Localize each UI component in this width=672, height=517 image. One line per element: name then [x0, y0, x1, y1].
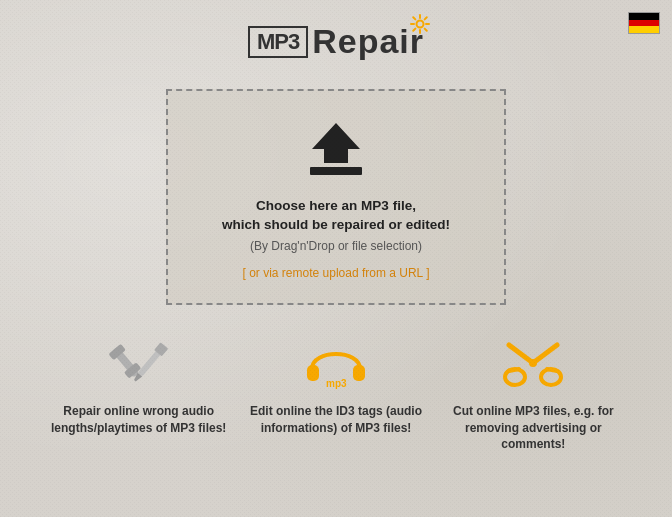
- feature-id3: mp3 Edit online the ID3 tags (audio info…: [237, 335, 434, 453]
- upload-dropzone[interactable]: Choose here an MP3 file,which should be …: [166, 89, 506, 305]
- feature-id3-text: Edit online the ID3 tags (audio informat…: [247, 403, 424, 437]
- svg-rect-2: [310, 167, 362, 175]
- svg-rect-9: [307, 365, 319, 381]
- svg-line-17: [547, 369, 557, 371]
- features-row: Repair online wrong audio lengths/playti…: [0, 335, 672, 453]
- feature-repair: Repair online wrong audio lengths/playti…: [40, 335, 237, 453]
- flag-stripe-red: [629, 20, 659, 27]
- svg-marker-1: [312, 123, 360, 163]
- remote-upload-link[interactable]: [ or via remote upload from a URL ]: [243, 266, 430, 280]
- logo-mp3-box: MP3: [248, 26, 308, 58]
- tools-icon: [50, 335, 227, 393]
- feature-cut-text: Cut online MP3 files, e.g. for removing …: [445, 403, 622, 453]
- upload-sub-text: (By Drag'n'Drop or file selection): [188, 239, 484, 253]
- feature-cut: Cut online MP3 files, e.g. for removing …: [435, 335, 632, 453]
- repair-label: Repair: [312, 22, 424, 60]
- scissors-icon: [445, 335, 622, 393]
- header: MP3 Repair: [0, 0, 672, 61]
- headphones-icon: mp3: [247, 335, 424, 393]
- upload-icon: [188, 119, 484, 183]
- upload-main-text: Choose here an MP3 file,which should be …: [188, 197, 484, 235]
- svg-line-13: [533, 345, 557, 363]
- flag-stripe-black: [629, 13, 659, 20]
- svg-line-16: [509, 369, 519, 371]
- svg-point-18: [529, 359, 537, 367]
- logo-repair-text: Repair: [312, 22, 424, 61]
- svg-text:mp3: mp3: [326, 378, 347, 389]
- svg-line-12: [509, 345, 533, 363]
- gear-icon: [410, 14, 430, 39]
- german-flag: [628, 12, 660, 34]
- svg-point-0: [417, 21, 424, 28]
- language-flag[interactable]: [628, 12, 660, 34]
- flag-stripe-gold: [629, 26, 659, 33]
- feature-repair-text: Repair online wrong audio lengths/playti…: [50, 403, 227, 437]
- svg-rect-10: [353, 365, 365, 381]
